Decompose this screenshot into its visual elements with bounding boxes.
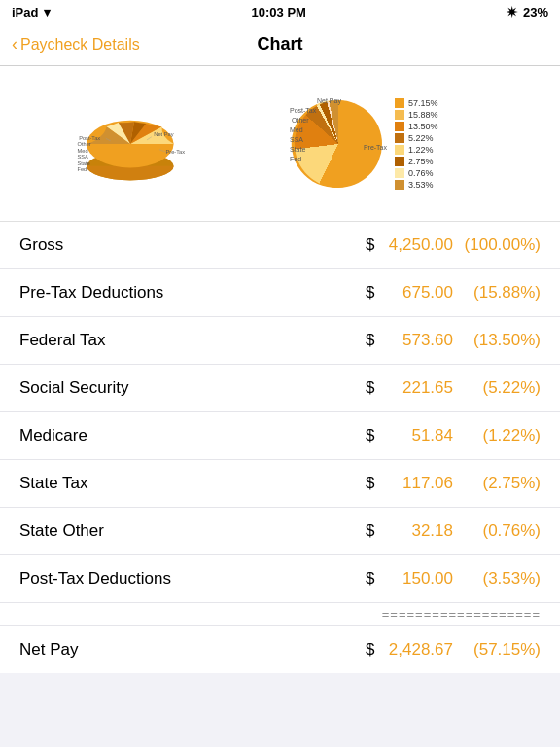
table-row: Medicare $ 51.84 (1.22%) xyxy=(0,412,560,460)
legend-item: 0.76% xyxy=(395,168,438,178)
row-amount: 150.00 xyxy=(385,569,453,588)
legend-item: 57.15% xyxy=(395,98,438,108)
row-label: Social Security xyxy=(19,378,366,398)
battery-label: 23% xyxy=(523,5,548,19)
svg-text:Med: Med xyxy=(78,147,88,153)
legend-item: 2.75% xyxy=(395,157,438,166)
row-amount: 221.65 xyxy=(385,378,453,398)
wifi-icon: ▾ xyxy=(44,5,51,19)
pie-3d-chart: Post-Tax Other Med SSA State Fed Net Pay… xyxy=(71,90,197,197)
row-currency: $ xyxy=(366,521,379,541)
row-percent: (13.50%) xyxy=(453,331,541,350)
net-pay-percent: (57.15%) xyxy=(453,640,541,659)
row-percent: (15.88%) xyxy=(453,283,541,302)
legend-label: 57.15% xyxy=(408,98,438,108)
charts-area: Post-Tax Other Med SSA State Fed Net Pay… xyxy=(0,66,560,222)
table-row: Pre-Tax Deductions $ 675.00 (15.88%) xyxy=(0,269,560,317)
left-chart: Post-Tax Other Med SSA State Fed Net Pay… xyxy=(37,81,231,207)
legend-label: 13.50% xyxy=(408,122,438,131)
bluetooth-icon: ✷ xyxy=(507,5,517,19)
net-pay-amount: 2,428.67 xyxy=(385,640,453,659)
legend-swatch xyxy=(395,168,404,178)
back-button[interactable]: ‹ Paycheck Details xyxy=(12,34,140,54)
row-currency: $ xyxy=(366,235,379,255)
table-row: Gross $ 4,250.00 (100.00%) xyxy=(0,222,560,269)
row-currency: $ xyxy=(366,331,379,350)
table-row: Federal Tax $ 573.60 (13.50%) xyxy=(0,317,560,365)
legend-label: 2.75% xyxy=(408,157,434,166)
nav-bar: ‹ Paycheck Details Chart xyxy=(0,23,560,66)
status-right: ✷ 23% xyxy=(507,5,548,19)
pie-annotations: Net Pay Post-Tax Other Med SSA State Fed… xyxy=(290,95,387,193)
svg-text:Other: Other xyxy=(78,141,91,147)
legend-item: 15.88% xyxy=(395,110,438,120)
row-label: Pre-Tax Deductions xyxy=(19,283,366,302)
status-time: 10:03 PM xyxy=(252,5,306,19)
separator: =================== xyxy=(0,603,560,626)
legend-label: 1.22% xyxy=(408,145,434,155)
row-amount: 32.18 xyxy=(385,521,453,541)
row-currency: $ xyxy=(366,378,379,398)
row-amount: 573.60 xyxy=(385,331,453,350)
legend-label: 5.22% xyxy=(408,133,434,143)
legend-swatch xyxy=(395,110,404,120)
net-pay-currency: $ xyxy=(366,640,379,659)
row-percent: (0.76%) xyxy=(453,521,541,541)
legend-label: 3.53% xyxy=(408,180,434,190)
net-pay-row: Net Pay $ 2,428.67 (57.15%) xyxy=(0,626,560,673)
row-label: Post-Tax Deductions xyxy=(19,569,366,588)
right-chart: Net Pay Post-Tax Other Med SSA State Fed… xyxy=(290,81,523,207)
row-currency: $ xyxy=(366,283,379,302)
row-label: State Tax xyxy=(19,474,366,493)
svg-text:State: State xyxy=(78,160,90,165)
back-chevron-icon: ‹ xyxy=(12,34,18,54)
legend-swatch xyxy=(395,145,404,155)
status-bar: iPad ▾ 10:03 PM ✷ 23% xyxy=(0,0,560,23)
legend-item: 1.22% xyxy=(395,145,438,155)
legend-swatch xyxy=(395,98,404,108)
row-percent: (2.75%) xyxy=(453,474,541,493)
row-amount: 675.00 xyxy=(385,283,453,302)
row-percent: (5.22%) xyxy=(453,378,541,398)
row-percent: (100.00%) xyxy=(453,235,541,255)
legend-label: 0.76% xyxy=(408,168,434,178)
legend-swatch xyxy=(395,157,404,166)
back-label: Paycheck Details xyxy=(20,36,140,53)
legend-swatch xyxy=(395,180,404,190)
table-row: Post-Tax Deductions $ 150.00 (3.53%) xyxy=(0,555,560,603)
svg-text:SSA: SSA xyxy=(78,154,89,160)
row-currency: $ xyxy=(366,569,379,588)
svg-text:Fed: Fed xyxy=(78,166,88,172)
table-row: State Tax $ 117.06 (2.75%) xyxy=(0,460,560,508)
net-pay-label: Net Pay xyxy=(19,640,366,659)
svg-text:Post-Tax: Post-Tax xyxy=(79,134,100,140)
status-left: iPad ▾ xyxy=(12,5,51,19)
device-label: iPad xyxy=(12,5,38,19)
row-label: Federal Tax xyxy=(19,331,366,350)
table-row: State Other $ 32.18 (0.76%) xyxy=(0,508,560,555)
page-title: Chart xyxy=(257,34,302,54)
row-currency: $ xyxy=(366,426,379,445)
row-percent: (1.22%) xyxy=(453,426,541,445)
legend-swatch xyxy=(395,122,404,131)
row-label: State Other xyxy=(19,521,366,541)
flat-pie-wrap: Net Pay Post-Tax Other Med SSA State Fed… xyxy=(290,95,387,193)
row-amount: 4,250.00 xyxy=(385,235,453,255)
table-row: Social Security $ 221.65 (5.22%) xyxy=(0,365,560,412)
row-label: Gross xyxy=(19,235,366,255)
row-amount: 51.84 xyxy=(385,426,453,445)
svg-text:Pre-Tax: Pre-Tax xyxy=(166,148,186,154)
legend-item: 5.22% xyxy=(395,133,438,143)
chart-legend: 57.15% 15.88% 13.50% 5.22% 1.22% 2.75% 0… xyxy=(395,98,438,190)
row-currency: $ xyxy=(366,474,379,493)
data-table: Gross $ 4,250.00 (100.00%) Pre-Tax Deduc… xyxy=(0,222,560,673)
legend-item: 3.53% xyxy=(395,180,438,190)
svg-text:Net Pay: Net Pay xyxy=(154,130,173,136)
row-label: Medicare xyxy=(19,426,366,445)
legend-label: 15.88% xyxy=(408,110,438,120)
legend-swatch xyxy=(395,133,404,143)
row-percent: (3.53%) xyxy=(453,569,541,588)
legend-item: 13.50% xyxy=(395,122,438,131)
row-amount: 117.06 xyxy=(385,474,453,493)
